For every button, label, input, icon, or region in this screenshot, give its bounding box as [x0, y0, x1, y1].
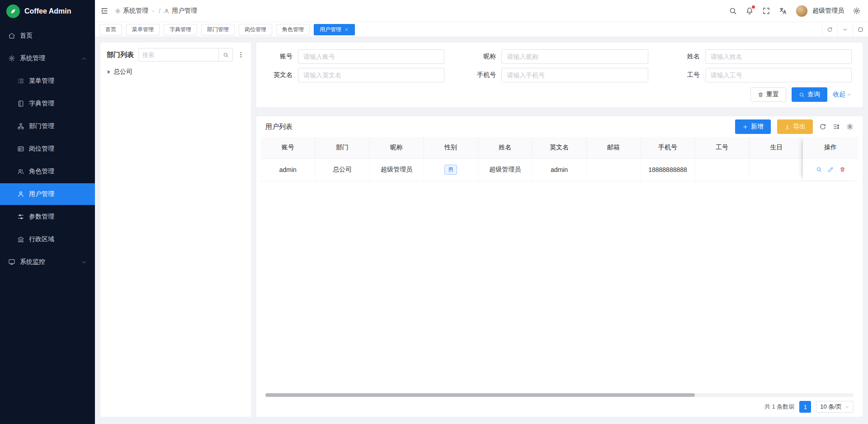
pagination-total: 共 1 条数据: [764, 403, 794, 411]
tab-options-button[interactable]: [837, 22, 853, 37]
sidebar-item-label: 岗位管理: [29, 145, 54, 153]
sidebar-item-home[interactable]: 首页: [0, 25, 95, 47]
gear-icon: [853, 7, 861, 15]
magnifier-icon: [816, 167, 822, 172]
table-density-button[interactable]: [833, 123, 840, 130]
collapse-icon: [100, 7, 108, 15]
tab-home[interactable]: 首页: [99, 24, 122, 35]
tab-menu-mgmt[interactable]: 菜单管理: [126, 24, 160, 35]
sidebar-item-role-mgmt[interactable]: 角色管理: [0, 161, 95, 182]
language-button[interactable]: [779, 7, 787, 15]
page-content: 部门列表 总公司 账号: [95, 37, 868, 424]
column-header[interactable]: 性别: [424, 137, 478, 158]
search-form: 账号 昵称 姓名 英文名: [267, 49, 852, 82]
export-button[interactable]: 导出: [777, 119, 813, 134]
column-header[interactable]: 英文名: [532, 137, 586, 158]
chevron-up-icon: [847, 92, 852, 97]
name-input[interactable]: [705, 49, 852, 64]
sidebar-item-param-mgmt[interactable]: 参数管理: [0, 206, 95, 228]
table-row[interactable]: admin 总公司 超级管理员 男 超级管理员 admin 1888888888…: [261, 158, 803, 181]
id-card-icon: [17, 145, 24, 152]
field-work-no: 工号: [675, 68, 852, 82]
gear-icon: [846, 123, 854, 130]
tree-expander-icon[interactable]: [108, 70, 110, 74]
department-search-button[interactable]: [218, 48, 233, 62]
pagination: 共 1 条数据 1 10 条/页: [261, 399, 858, 417]
tab-user-mgmt[interactable]: 用户管理: [314, 24, 355, 35]
view-row-button[interactable]: [816, 167, 822, 172]
settings-button[interactable]: [853, 7, 861, 15]
reset-button[interactable]: 重置: [750, 87, 786, 102]
user-icon: [17, 191, 24, 198]
tree-node-root[interactable]: 总公司: [107, 68, 245, 76]
breadcrumb-page[interactable]: 用户管理: [164, 7, 197, 15]
sidebar-section-system[interactable]: 系统管理: [0, 48, 95, 69]
column-header[interactable]: 生日: [749, 137, 803, 158]
column-header[interactable]: 部门: [315, 137, 369, 158]
breadcrumb: 系统管理 / 用户管理: [115, 7, 197, 15]
search-icon: [799, 92, 805, 98]
tab-dict-mgmt[interactable]: 字典管理: [164, 24, 197, 35]
sidebar-item-dict-mgmt[interactable]: 字典管理: [0, 93, 95, 114]
breadcrumb-section[interactable]: 系统管理: [115, 7, 156, 15]
work-no-input[interactable]: [705, 68, 852, 82]
horizontal-scrollbar-thumb[interactable]: [265, 393, 695, 397]
sidebar-section-monitor[interactable]: 系统监控: [0, 251, 95, 273]
page-size-select[interactable]: 10 条/页: [816, 401, 854, 413]
search-form-card: 账号 昵称 姓名 英文名: [256, 43, 863, 107]
chevron-down-icon: [842, 27, 848, 33]
account-input[interactable]: [298, 49, 444, 64]
query-button[interactable]: 查询: [792, 87, 827, 102]
english-name-input[interactable]: [298, 68, 444, 82]
sidebar-item-post-mgmt[interactable]: 岗位管理: [0, 138, 95, 160]
tab-role-mgmt[interactable]: 角色管理: [276, 24, 310, 35]
add-button-label: 新增: [751, 123, 764, 131]
global-search-button[interactable]: [729, 7, 737, 15]
sidebar-item-menu-mgmt[interactable]: 菜单管理: [0, 70, 95, 92]
collapse-filters-button[interactable]: 收起: [833, 91, 852, 99]
field-name: 姓名: [675, 49, 852, 64]
department-panel-title: 部门列表: [107, 51, 134, 59]
delete-row-button[interactable]: [840, 167, 845, 172]
sidebar-item-dept-mgmt[interactable]: 部门管理: [0, 115, 95, 137]
sidebar-item-label: 行政区域: [29, 235, 54, 243]
column-header[interactable]: 昵称: [369, 137, 424, 158]
avatar[interactable]: [796, 5, 808, 17]
page-number-button[interactable]: 1: [799, 401, 811, 413]
nickname-input[interactable]: [501, 49, 648, 64]
tab-dept-mgmt[interactable]: 部门管理: [201, 24, 235, 35]
user-icon: [164, 8, 170, 14]
tab-refresh-button[interactable]: [822, 22, 837, 37]
row-operations: [803, 158, 858, 181]
page-size-value: 10 条/页: [820, 403, 842, 411]
phone-input[interactable]: [501, 68, 648, 82]
table-refresh-button[interactable]: [819, 123, 826, 130]
trash-icon: [840, 167, 845, 172]
column-header[interactable]: 手机号: [641, 137, 695, 158]
sidebar-item-region-mgmt[interactable]: 行政区域: [0, 229, 95, 250]
search-form-actions: 重置 查询 收起: [267, 87, 852, 102]
content-fullscreen-button[interactable]: [853, 22, 868, 37]
add-user-button[interactable]: 新增: [735, 119, 771, 134]
column-header[interactable]: 姓名: [478, 137, 532, 158]
department-more-button[interactable]: [237, 51, 245, 58]
export-button-label: 导出: [793, 123, 806, 131]
fixed-operation-column: 操作: [803, 137, 858, 181]
field-label: 姓名: [675, 52, 700, 61]
tab-label: 首页: [105, 26, 116, 33]
sidebar-item-user-mgmt[interactable]: 用户管理: [0, 183, 95, 205]
table-settings-button[interactable]: [846, 123, 854, 130]
book-icon: [17, 100, 24, 107]
column-header[interactable]: 账号: [261, 137, 315, 158]
tab-post-mgmt[interactable]: 岗位管理: [239, 24, 272, 35]
notifications-button[interactable]: [745, 7, 754, 15]
app-logo[interactable]: Coffee Admin: [0, 0, 95, 22]
sidebar-collapse-button[interactable]: [100, 7, 108, 15]
department-search-input[interactable]: [138, 48, 218, 62]
fullscreen-button[interactable]: [762, 7, 770, 15]
current-username[interactable]: 超级管理员: [812, 7, 844, 15]
column-header[interactable]: 工号: [695, 137, 749, 158]
column-header[interactable]: 邮箱: [586, 137, 641, 158]
tab-close-icon[interactable]: [344, 27, 349, 32]
edit-row-button[interactable]: [828, 167, 834, 172]
